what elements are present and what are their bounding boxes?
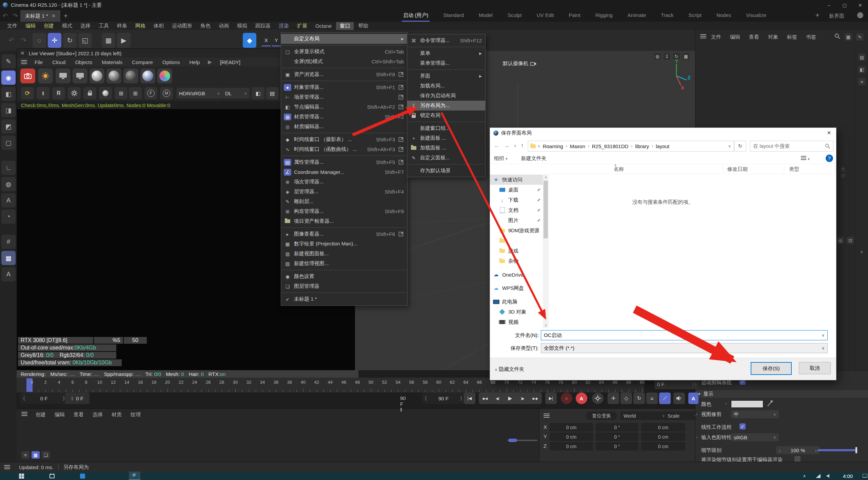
window-menu-item-节点编辑器...[interactable]: ◧节点编辑器...Shift+Alt+F2: [281, 102, 407, 112]
next-frame-button[interactable]: |▶: [516, 393, 529, 404]
left-tool-4[interactable]: ◨: [1, 103, 16, 117]
layout-tab-Model[interactable]: Model: [477, 12, 494, 20]
lv-pick-region-icon[interactable]: ⊞: [129, 87, 142, 99]
new-document-tab-button[interactable]: +: [60, 12, 71, 20]
menubar-item-运动图形[interactable]: 运动图形: [168, 22, 196, 30]
breadcrumb-Maxon[interactable]: Maxon: [569, 143, 586, 149]
keying-settings-button[interactable]: [592, 393, 604, 404]
breadcrumb-caret-icon[interactable]: ∨: [728, 144, 731, 148]
menubar-item-动画[interactable]: 动画: [215, 22, 233, 30]
nav-history-icon[interactable]: ∨: [514, 143, 517, 148]
window-menu-item-时间线窗口 （摄影表） ...[interactable]: ◆时间线窗口 （摄影表） ...Shift+F3: [281, 135, 407, 144]
lv-film-button[interactable]: F: [144, 87, 157, 99]
breadcrumb-Roaming[interactable]: Roaming: [542, 143, 564, 149]
window-menu-item-场景管理器...[interactable]: ⊢场景管理器...: [281, 92, 407, 102]
color-expand-icon[interactable]: ›: [725, 401, 727, 406]
popout-icon[interactable]: [398, 95, 404, 100]
column-header-修改日期[interactable]: 修改日期: [727, 166, 748, 173]
tray-network-icon[interactable]: [812, 472, 824, 480]
layout-tab-Script[interactable]: Script: [687, 12, 703, 20]
lv-display-icon[interactable]: [56, 68, 71, 83]
nav-back-icon[interactable]: ←: [494, 142, 500, 149]
search-box[interactable]: 在 layout 中搜索: [750, 141, 833, 152]
sidebar-item-WPS网盘[interactable]: ☁WPS网盘: [490, 283, 543, 293]
nav-forward-icon[interactable]: →: [504, 142, 510, 149]
layout-submenu-item-新建面板 ...[interactable]: +新建面板 ...: [407, 133, 485, 143]
live-selection-tool[interactable]: ◌: [33, 33, 46, 48]
lv-pause-icon[interactable]: ‖: [37, 87, 50, 99]
minimize-button[interactable]: –: [821, 0, 837, 10]
axis-lock-Y[interactable]: Y: [272, 35, 281, 46]
lv-render-mode-1[interactable]: [90, 68, 104, 83]
document-tab[interactable]: 未标题 1 * ✕: [20, 10, 60, 22]
end-frame-spinner[interactable]: ⟨90 F⟩: [422, 393, 465, 404]
scale-tool[interactable]: ◱: [78, 33, 92, 48]
goto-start-button[interactable]: |◀: [464, 393, 475, 404]
notification-center-icon[interactable]: [859, 472, 868, 480]
om-menu-文件[interactable]: 文件: [711, 34, 721, 40]
redo-button[interactable]: ↷: [17, 33, 31, 48]
eyedropper-icon[interactable]: [767, 400, 773, 407]
layout-submenu-item-菜单管理器...[interactable]: 菜单管理器...: [407, 58, 485, 68]
menubar-item-角色[interactable]: 角色: [197, 22, 214, 30]
lv-reset-button[interactable]: R: [52, 87, 65, 99]
left-tool-3[interactable]: ◧: [1, 87, 16, 101]
window-menu-item-全屏显示模式[interactable]: ▢全屏显示模式Ctrl+Tab: [281, 47, 407, 57]
viewport-sync-icon[interactable]: ↻: [673, 53, 680, 60]
add-layout-button[interactable]: +: [812, 12, 823, 19]
sidebar-item-桌面[interactable]: 桌面: [490, 185, 543, 195]
breadcrumb-library[interactable]: library: [634, 143, 650, 149]
window-menu-item-项目资产检查器...[interactable]: 项目资产检查器...: [281, 216, 407, 226]
color-swatch[interactable]: [731, 400, 763, 408]
om-menu-对象[interactable]: 对象: [768, 34, 778, 40]
coord-X-scale[interactable]: 0 cm: [641, 423, 685, 432]
menubar-item-网格[interactable]: 网格: [132, 22, 149, 30]
layout-submenu-item-菜单[interactable]: 菜单▶: [407, 48, 485, 58]
autokey-region-button[interactable]: A: [688, 393, 698, 404]
layout-tab-Paint[interactable]: Paint: [567, 12, 581, 20]
lv-menu-Cloud[interactable]: Cloud: [47, 59, 70, 65]
material-menu-查看[interactable]: 查看: [74, 412, 84, 418]
tray-expand-icon[interactable]: ∧: [803, 474, 806, 478]
om-menu-编辑[interactable]: 编辑: [730, 34, 740, 40]
window-menu-item-新建视图面板...[interactable]: ▥新建视图面板...: [281, 249, 407, 259]
window-menu-item-层管理器...[interactable]: ◈层管理器...Shift+F4: [281, 187, 407, 197]
lod-spinner[interactable]: ‹100 %›: [776, 446, 820, 454]
nav-up-icon[interactable]: ↑: [521, 142, 524, 149]
coord-Y-pos[interactable]: 0 cm: [550, 433, 593, 441]
space-dropdown[interactable]: World∨: [620, 412, 668, 420]
goto-next-key-button[interactable]: ▶◆: [529, 393, 541, 404]
window-menu-item-材质编辑器...[interactable]: ◎材质编辑器...: [281, 122, 407, 132]
taskbar-app-icon-1[interactable]: [46, 472, 58, 480]
lod-slider-handle[interactable]: [855, 447, 857, 453]
key-parameter-button[interactable]: ≡: [646, 393, 658, 404]
taskbar-app-icon-2[interactable]: [77, 472, 88, 480]
goto-end-button[interactable]: ▶|: [545, 393, 557, 404]
coord-Y-scale[interactable]: 0 cm: [641, 433, 685, 441]
grid-view-icon[interactable]: ▦: [32, 451, 40, 459]
axis-lock-X[interactable]: X: [262, 35, 271, 46]
profile-expand-icon[interactable]: ›: [696, 435, 697, 440]
viewport-filter-icon[interactable]: ◍: [654, 53, 661, 60]
layout-submenu-item-自定义面板...[interactable]: ✎自定义面板...: [407, 153, 485, 163]
taskbar-clock[interactable]: 4:00: [843, 473, 853, 479]
scrollbar-thumb[interactable]: [544, 181, 548, 238]
window-menu-item-数字绘景 (Projection Man)...[interactable]: ▦数字绘景 (Projection Man)...: [281, 239, 407, 249]
menubar-item-选择[interactable]: 选择: [77, 22, 94, 30]
frame-dropdown[interactable]: 0 F ⟨ ⟩: [654, 379, 699, 389]
range-start-marker[interactable]: ‖0 F: [65, 393, 90, 404]
window-menu-item-颜色设置[interactable]: ◉颜色设置: [281, 272, 407, 281]
material-size-slider[interactable]: [508, 439, 537, 442]
taskbar-c4d-icon[interactable]: [129, 472, 140, 480]
key-rotation-button[interactable]: ↻: [633, 393, 645, 404]
layout-submenu-item-界面[interactable]: 界面▶: [407, 71, 485, 81]
view-clip-dropdown[interactable]: 中∨: [731, 410, 779, 418]
menubar-item-编辑[interactable]: 编辑: [22, 22, 39, 30]
menubar-item-跟踪器[interactable]: 跟踪器: [252, 22, 274, 30]
menubar-item-创建[interactable]: 创建: [40, 22, 58, 30]
om-menu-标签[interactable]: 标签: [787, 34, 797, 40]
material-menu-编辑[interactable]: 编辑: [55, 412, 65, 418]
sidebar-item-视频[interactable]: 视频: [490, 317, 543, 327]
lv-list-view-icon[interactable]: ▤: [266, 87, 279, 99]
play-button[interactable]: ▶: [504, 393, 516, 404]
